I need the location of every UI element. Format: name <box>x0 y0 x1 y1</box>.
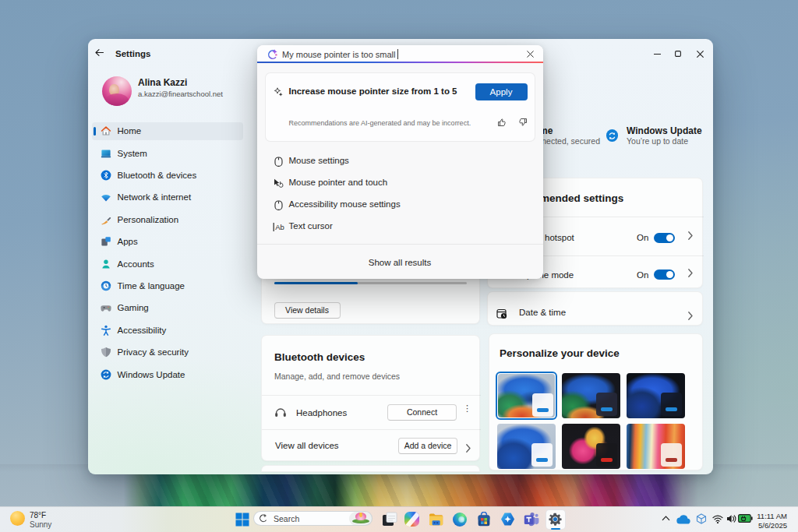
svg-text:Ab: Ab <box>275 223 284 231</box>
